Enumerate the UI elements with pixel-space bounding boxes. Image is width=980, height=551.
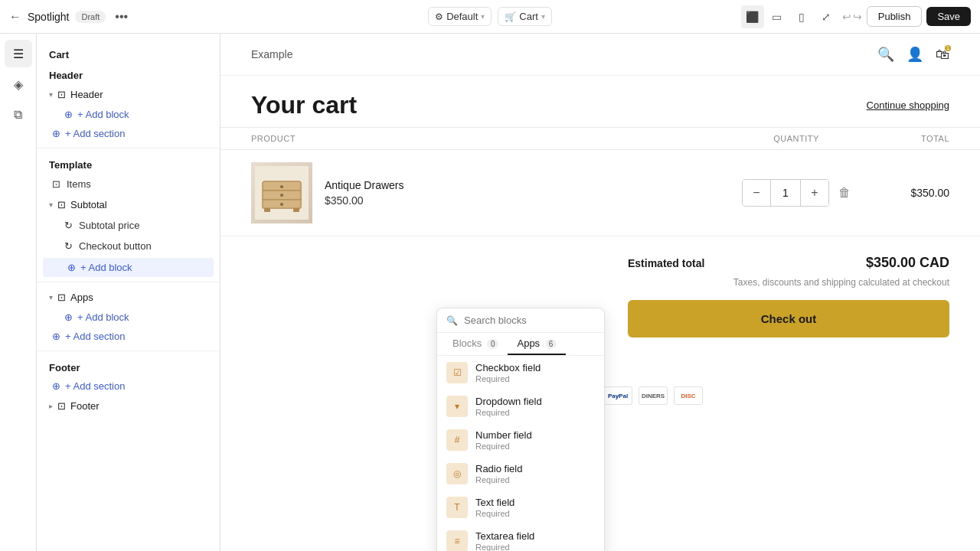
product-image	[251, 162, 312, 223]
back-icon[interactable]: ←	[9, 10, 21, 24]
undo-redo: ↩ ↪	[842, 11, 862, 23]
sidebar-apps-icon[interactable]: ⧉	[5, 101, 32, 129]
checkout-button[interactable]: Check out	[628, 300, 949, 337]
add-block-button-template[interactable]: ⊕ + Add block	[43, 258, 214, 277]
qty-decrease-btn[interactable]: −	[743, 179, 770, 207]
redo-btn[interactable]: ↪	[853, 11, 862, 23]
add-block-apps-label: + Add block	[77, 311, 129, 323]
cart-summary: Estimated total $350.00 CAD Taxes, disco…	[597, 236, 980, 374]
product-info: Antique Drawers $350.00	[251, 162, 735, 223]
cart-selector-label: Cart	[519, 11, 538, 22]
textarea-field-name: Textarea field	[475, 530, 534, 542]
svg-rect-8	[264, 208, 270, 212]
cart-selector[interactable]: 🛒 Cart ▾	[498, 7, 552, 26]
qty-increase-btn[interactable]: +	[801, 179, 828, 207]
add-section-button-header[interactable]: ⊕ + Add section	[40, 124, 217, 143]
apps-tab[interactable]: Apps 6	[508, 333, 566, 355]
template-section-title: Template	[37, 153, 220, 174]
textarea-field-icon: ≡	[446, 530, 468, 551]
topbar-left: ← Spotlight Draft •••	[9, 7, 422, 27]
publish-button[interactable]: Publish	[867, 6, 923, 27]
desktop-icon[interactable]: ⬛	[741, 5, 764, 28]
delete-item-btn[interactable]: 🗑	[838, 186, 851, 200]
add-section-button-footer[interactable]: ⊕ + Add section	[40, 377, 217, 396]
more-button[interactable]: •••	[112, 7, 131, 27]
text-field-req: Required	[475, 509, 514, 518]
mobile-icon[interactable]: ▯	[790, 5, 813, 28]
add-section-footer-icon: ⊕	[52, 380, 60, 392]
subtotal-group[interactable]: ▾ ⊡ Subtotal	[37, 194, 220, 215]
tablet-icon[interactable]: ▭	[766, 5, 789, 28]
apps-group[interactable]: ▾ ⊡ Apps	[37, 287, 220, 308]
view-selector[interactable]: ⚙ Default ▾	[428, 7, 492, 26]
cart-icon[interactable]: 🛍 1	[936, 47, 949, 63]
add-section-header-icon: ⊕	[52, 128, 60, 139]
apps-tab-count: 6	[545, 339, 557, 349]
blocks-tab[interactable]: Blocks 0	[443, 333, 508, 355]
add-block-button-header[interactable]: ⊕ + Add block	[40, 105, 217, 124]
checkbox-field-icon: ☑	[446, 362, 468, 383]
add-section-header-label: + Add section	[65, 128, 125, 139]
header-icon: ⊡	[57, 89, 66, 100]
dropdown-field-icon: ▾	[446, 396, 468, 417]
subtotal-icon: ⊡	[57, 199, 66, 210]
store-icons: 🔍 👤 🛍 1	[877, 46, 949, 63]
search-store-icon[interactable]: 🔍	[877, 46, 894, 63]
page-title: Spotlight	[28, 11, 69, 23]
add-block-header-label: + Add block	[77, 109, 129, 120]
footer-section-title: Footer	[37, 356, 220, 377]
estimated-total-amount: $350.00 CAD	[866, 255, 949, 271]
list-item[interactable]: ≡ Textarea field Required	[437, 524, 604, 551]
search-popup-icon: 🔍	[446, 315, 458, 326]
footer-chevron: ▸	[49, 402, 53, 410]
list-item[interactable]: ▾ Dropdown field Required	[437, 390, 604, 423]
save-button[interactable]: Save	[926, 7, 971, 26]
footer-group[interactable]: ▸ ⊡ Footer	[37, 396, 220, 416]
left-panel: Cart Header ▾ ⊡ Header ⊕ + Add block ⊕ +…	[37, 34, 220, 551]
list-item[interactable]: # Number field Required	[437, 423, 604, 457]
radio-field-info: Radio field Required	[475, 463, 522, 484]
list-item[interactable]: T Text field Required	[437, 491, 604, 524]
number-field-name: Number field	[475, 429, 532, 441]
tax-note: Taxes, discounts and shipping calculated…	[628, 277, 949, 288]
block-list: ☑ Checkbox field Required ▾ Dropdown fie…	[437, 356, 604, 551]
subtotal-price-icon: ↻	[64, 220, 73, 231]
checkout-button-item[interactable]: ↻ Checkout button	[40, 236, 217, 256]
add-block-button-apps[interactable]: ⊕ + Add block	[40, 308, 217, 327]
col-total-header: TOTAL	[858, 134, 949, 143]
add-section-apps-icon: ⊕	[52, 331, 60, 342]
qty-value: 1	[770, 179, 801, 207]
add-section-footer-label: + Add section	[65, 380, 125, 392]
divider-2	[37, 282, 220, 282]
search-blocks-input[interactable]	[464, 315, 595, 326]
items-item[interactable]: ⊡ Items	[40, 174, 217, 194]
item-total: $350.00	[858, 187, 949, 199]
apps-label: Apps	[70, 292, 93, 303]
add-block-template-icon: ⊕	[67, 262, 76, 273]
store-frame: Example 🔍 👤 🛍 1 Your cart Continue shopp…	[220, 34, 980, 551]
header-group[interactable]: ▾ ⊡ Header	[37, 84, 220, 105]
header-label: Header	[70, 89, 103, 100]
subtotal-price-label: Subtotal price	[79, 220, 140, 231]
apps-chevron: ▾	[49, 293, 53, 302]
col-quantity-header: QUANTITY	[735, 134, 858, 143]
svg-rect-9	[293, 208, 299, 212]
fullscreen-icon[interactable]: ⤢	[815, 5, 838, 28]
continue-shopping-link[interactable]: Continue shopping	[867, 99, 949, 111]
radio-field-name: Radio field	[475, 463, 522, 474]
sidebar-layers-icon[interactable]: ☰	[5, 40, 32, 67]
list-item[interactable]: ☑ Checkbox field Required	[437, 356, 604, 390]
sidebar-theme-icon[interactable]: ◈	[5, 70, 32, 98]
undo-btn[interactable]: ↩	[842, 11, 851, 23]
list-item[interactable]: ◎ Radio field Required	[437, 457, 604, 491]
account-icon[interactable]: 👤	[906, 46, 923, 63]
dropdown-field-info: Dropdown field Required	[475, 396, 542, 417]
subtotal-price-item[interactable]: ↻ Subtotal price	[40, 215, 217, 236]
footer-label: Footer	[70, 400, 100, 412]
topbar-center: ⚙ Default ▾ 🛒 Cart ▾	[428, 7, 552, 26]
textarea-field-req: Required	[475, 543, 534, 551]
add-section-apps-label: + Add section	[65, 331, 125, 342]
add-section-button-apps[interactable]: ⊕ + Add section	[40, 327, 217, 346]
main-layout: ☰ ◈ ⧉ Cart Header ▾ ⊡ Header ⊕ + Add blo…	[0, 34, 980, 551]
product-price: $350.00	[325, 194, 404, 207]
